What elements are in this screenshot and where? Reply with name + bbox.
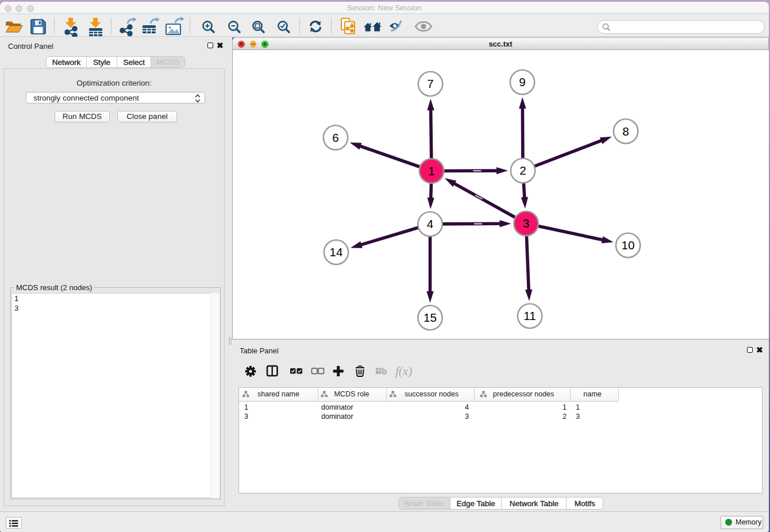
- svg-text:8: 8: [622, 125, 629, 138]
- svg-text:14: 14: [330, 245, 343, 259]
- svg-text:9: 9: [519, 75, 525, 88]
- svg-text:4: 4: [427, 217, 433, 230]
- svg-text:6: 6: [332, 131, 338, 144]
- svg-text:1: 1: [428, 164, 434, 178]
- svg-text:11: 11: [523, 309, 536, 322]
- svg-text:15: 15: [424, 311, 437, 324]
- svg-text:f(x): f(x): [395, 364, 412, 378]
- svg-text:2: 2: [519, 164, 526, 177]
- svg-text:3: 3: [523, 217, 529, 230]
- svg-text:10: 10: [622, 238, 635, 252]
- svg-text:7: 7: [427, 77, 433, 90]
